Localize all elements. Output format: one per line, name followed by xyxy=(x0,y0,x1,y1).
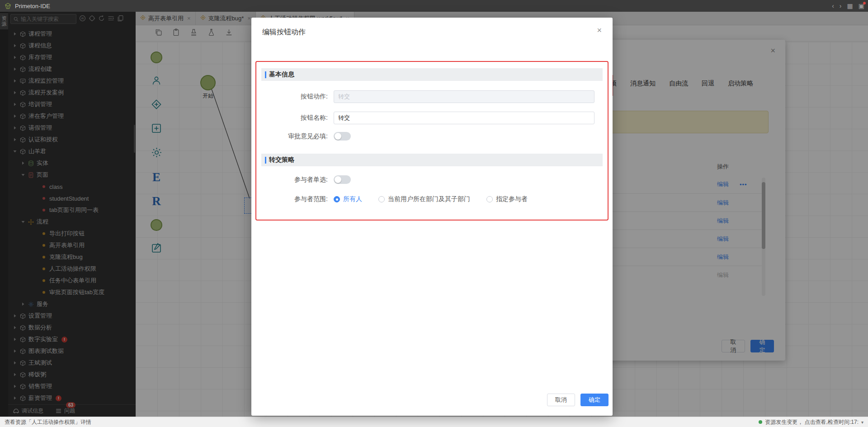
toggle-knob xyxy=(335,176,341,183)
single-select-row: 参与者单选: xyxy=(256,175,608,184)
radio-icon xyxy=(378,196,385,202)
section-forward-strategy: 转交策略 xyxy=(261,154,603,166)
modal-title: 编辑按钮动作 xyxy=(262,28,306,37)
edit-button-action-modal: 编辑按钮动作 × 基本信息 按钮动作: 按钮名称: 审批意见必填: 转交策略 参… xyxy=(251,18,613,416)
radio-label: 所有人 xyxy=(343,195,362,203)
comment-required-row: 审批意见必填: xyxy=(256,132,608,141)
chevron-right-icon[interactable]: › xyxy=(840,3,842,9)
status-left-text: 查看资源「人工活动操作权限」详情 xyxy=(5,418,91,426)
modal-footer: 取消 确定 xyxy=(251,388,613,415)
status-right-text: 资源发生变更， 点击查看,检查时间:17: xyxy=(765,418,859,426)
participant-scope-radio-group: 所有人当前用户所在部门及其子部门指定参与者 xyxy=(334,195,544,203)
scope-radio-option[interactable]: 指定参与者 xyxy=(486,195,528,203)
highlighted-form-region: 基本信息 按钮动作: 按钮名称: 审批意见必填: 转交策略 参与者单选: 参与者… xyxy=(255,61,609,221)
scope-radio-option[interactable]: 所有人 xyxy=(334,195,362,203)
section-basic-info: 基本信息 xyxy=(261,68,603,81)
app-logo-icon xyxy=(5,3,11,9)
status-bar: 查看资源「人工活动操作权限」详情 资源发生变更， 点击查看,检查时间:17: ▾ xyxy=(0,417,868,427)
title-bar: Primeton-IDE ‹ › ▦ ▣ xyxy=(0,0,868,12)
radio-icon xyxy=(334,196,340,202)
scope-radio-option[interactable]: 当前用户所在部门及其子部门 xyxy=(378,195,470,203)
confirm-button[interactable]: 确定 xyxy=(580,394,609,406)
cancel-button[interactable]: 取消 xyxy=(547,394,575,406)
radio-label: 当前用户所在部门及其子部门 xyxy=(388,195,470,203)
green-status-icon xyxy=(759,420,762,424)
radio-label: 指定参与者 xyxy=(496,195,528,203)
participant-scope-label: 参与者范围: xyxy=(256,195,328,203)
chevron-down-icon[interactable]: ▾ xyxy=(861,420,863,425)
button-name-label: 按钮名称: xyxy=(256,114,328,122)
button-name-input[interactable] xyxy=(334,112,594,124)
app-window: Primeton-IDE ‹ › ▦ ▣ 资源 输入关键字搜索 AI 课程管理课… xyxy=(0,0,868,427)
single-select-toggle[interactable] xyxy=(334,175,351,184)
chevron-left-icon[interactable]: ‹ xyxy=(832,3,834,9)
participant-scope-row: 参与者范围: 所有人当前用户所在部门及其子部门指定参与者 xyxy=(256,195,608,203)
button-action-input[interactable] xyxy=(334,90,594,103)
radio-icon xyxy=(486,196,493,202)
notification-icon[interactable]: ▣ xyxy=(859,3,864,9)
app-title: Primeton-IDE xyxy=(15,3,50,9)
comment-required-label: 审批意见必填: xyxy=(256,132,328,141)
modal-close-icon[interactable]: × xyxy=(597,26,602,35)
single-select-label: 参与者单选: xyxy=(256,176,328,184)
resource-change-status[interactable]: 资源发生变更， 点击查看,检查时间:17: ▾ xyxy=(759,418,863,426)
button-action-label: 按钮动作: xyxy=(256,93,328,101)
toggle-knob xyxy=(335,133,341,140)
button-name-row: 按钮名称: xyxy=(256,112,608,124)
comment-required-toggle[interactable] xyxy=(334,132,351,141)
button-action-row: 按钮动作: xyxy=(256,90,608,103)
layout-icon[interactable]: ▦ xyxy=(847,3,853,9)
